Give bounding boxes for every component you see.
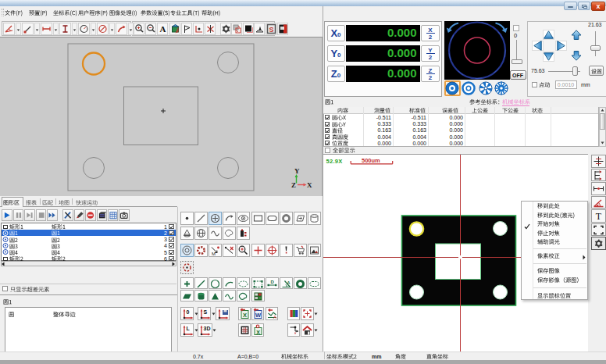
- svg-text:X: X: [242, 312, 246, 319]
- svg-text:500um: 500um: [362, 157, 380, 164]
- svg-text:3D: 3D: [203, 326, 210, 331]
- svg-text:Z: Z: [291, 181, 296, 189]
- svg-text:X: X: [256, 330, 260, 335]
- svg-text:S: S: [269, 25, 273, 33]
- svg-text:D: D: [270, 280, 274, 284]
- svg-text:L: L: [186, 326, 190, 331]
- svg-text:M: M: [212, 252, 216, 256]
- svg-text:A: A: [287, 280, 290, 284]
- svg-text:A: A: [273, 315, 276, 319]
- svg-text:W: W: [255, 312, 262, 319]
- svg-text:T: T: [595, 211, 601, 222]
- svg-text:S: S: [203, 309, 207, 315]
- svg-text:Y: Y: [294, 167, 300, 175]
- svg-text:X: X: [307, 181, 312, 189]
- svg-text:0: 0: [186, 309, 189, 315]
- svg-text:A: A: [160, 24, 166, 34]
